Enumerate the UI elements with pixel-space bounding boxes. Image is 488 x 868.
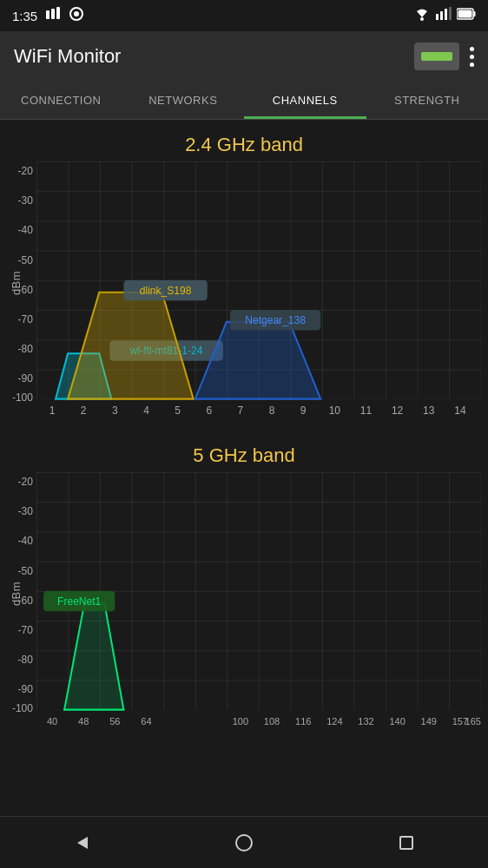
svg-text:-80: -80 bbox=[18, 343, 33, 355]
chart-24ghz: -20 -30 -40 -50 -60 -70 -80 -90 -100 wl-… bbox=[36, 161, 481, 431]
svg-text:-70: -70 bbox=[18, 313, 33, 326]
band-5ghz-section: 5 GHz band dBm -20 -30 -40 -50 -60 -70 -… bbox=[0, 431, 488, 741]
status-time: 1:35 bbox=[12, 9, 37, 23]
svg-text:1: 1 bbox=[49, 404, 56, 416]
recents-button[interactable] bbox=[389, 825, 424, 860]
svg-text:-100: -100 bbox=[12, 701, 33, 713]
app-bar: WiFi Monitor bbox=[0, 31, 488, 82]
svg-text:-50: -50 bbox=[18, 564, 33, 576]
battery-icon bbox=[457, 8, 476, 23]
svg-rect-9 bbox=[449, 7, 452, 20]
svg-text:4: 4 bbox=[143, 404, 149, 416]
svg-text:-30: -30 bbox=[18, 194, 33, 207]
svg-text:140: 140 bbox=[389, 715, 405, 726]
svg-text:124: 124 bbox=[326, 715, 342, 726]
svg-text:dlink_S198: dlink_S198 bbox=[140, 285, 192, 297]
svg-text:9: 9 bbox=[300, 404, 307, 416]
svg-rect-8 bbox=[445, 9, 447, 20]
y-axis-label-24: dBm bbox=[10, 270, 23, 294]
svg-text:165: 165 bbox=[465, 715, 481, 726]
status-bar: 1:35 bbox=[0, 0, 488, 31]
band-24ghz-section: 2.4 GHz band dBm -20 -30 -40 -50 -60 -70… bbox=[0, 120, 488, 431]
status-left: 1:35 bbox=[12, 7, 84, 24]
svg-rect-7 bbox=[440, 11, 443, 20]
svg-text:13: 13 bbox=[423, 404, 434, 416]
status-right bbox=[413, 7, 476, 24]
app-bar-actions bbox=[414, 43, 474, 70]
home-button[interactable] bbox=[227, 825, 261, 860]
back-button[interactable] bbox=[64, 825, 99, 860]
svg-text:116: 116 bbox=[295, 715, 311, 726]
svg-point-4 bbox=[74, 11, 79, 16]
svg-text:64: 64 bbox=[141, 715, 151, 726]
svg-text:Netgear_138: Netgear_138 bbox=[245, 314, 306, 326]
svg-text:7: 7 bbox=[238, 404, 244, 416]
svg-rect-0 bbox=[46, 10, 49, 19]
monitor-icon bbox=[69, 7, 84, 24]
svg-text:2: 2 bbox=[81, 404, 87, 416]
svg-text:-90: -90 bbox=[18, 683, 33, 695]
svg-rect-6 bbox=[436, 14, 439, 20]
svg-text:12: 12 bbox=[392, 404, 403, 416]
svg-text:-40: -40 bbox=[18, 535, 33, 547]
svg-text:40: 40 bbox=[47, 715, 57, 726]
svg-text:-70: -70 bbox=[18, 624, 33, 636]
svg-text:-30: -30 bbox=[18, 505, 33, 517]
svg-text:-20: -20 bbox=[18, 476, 33, 488]
signal-bars-icon bbox=[436, 7, 452, 24]
svg-text:-80: -80 bbox=[18, 654, 33, 666]
svg-text:149: 149 bbox=[421, 715, 437, 726]
svg-point-5 bbox=[420, 17, 424, 21]
svg-text:132: 132 bbox=[358, 715, 373, 726]
svg-text:-90: -90 bbox=[18, 372, 33, 385]
svg-rect-12 bbox=[458, 10, 472, 18]
band-24ghz-title: 2.4 GHz band bbox=[0, 120, 488, 161]
svg-rect-2 bbox=[56, 7, 60, 19]
chart-5ghz: -20 -30 -40 -50 -60 -70 -80 -90 -100 Fre… bbox=[36, 472, 481, 741]
tab-channels[interactable]: CHANNELS bbox=[244, 82, 366, 119]
wifi-indicator[interactable] bbox=[414, 43, 459, 70]
tab-connection[interactable]: CONNECTION bbox=[0, 82, 122, 119]
svg-text:11: 11 bbox=[360, 404, 372, 416]
svg-text:-40: -40 bbox=[18, 224, 33, 236]
svg-text:8: 8 bbox=[269, 404, 275, 416]
more-options-icon[interactable] bbox=[470, 47, 474, 67]
svg-text:48: 48 bbox=[78, 715, 89, 726]
svg-text:100: 100 bbox=[233, 715, 248, 726]
wifi-strength-bar bbox=[421, 52, 452, 61]
svg-text:56: 56 bbox=[109, 715, 120, 726]
svg-text:14: 14 bbox=[454, 404, 465, 416]
svg-point-69 bbox=[236, 835, 252, 851]
svg-text:-100: -100 bbox=[12, 391, 33, 403]
band-5ghz-title: 5 GHz band bbox=[0, 431, 488, 472]
svg-rect-70 bbox=[400, 837, 412, 849]
svg-rect-1 bbox=[51, 9, 55, 19]
y-axis-label-5: dBm bbox=[10, 581, 23, 605]
svg-text:6: 6 bbox=[206, 404, 212, 416]
svg-marker-68 bbox=[77, 837, 88, 849]
svg-text:10: 10 bbox=[329, 404, 340, 416]
svg-text:3: 3 bbox=[112, 404, 118, 416]
bottom-nav bbox=[0, 816, 488, 868]
app-title: WiFi Monitor bbox=[14, 45, 121, 68]
svg-text:FreeNet1: FreeNet1 bbox=[57, 595, 101, 608]
svg-text:5: 5 bbox=[175, 404, 181, 416]
wifi-status-icon bbox=[44, 7, 62, 24]
svg-text:108: 108 bbox=[264, 715, 280, 726]
svg-text:-20: -20 bbox=[18, 165, 33, 177]
svg-rect-11 bbox=[474, 11, 476, 16]
tab-strength[interactable]: STRENGTH bbox=[366, 82, 489, 119]
tab-networks[interactable]: NETWORKS bbox=[122, 82, 245, 119]
wifi-icon bbox=[413, 7, 431, 24]
tabs: CONNECTION NETWORKS CHANNELS STRENGTH bbox=[0, 82, 488, 120]
svg-text:-50: -50 bbox=[18, 253, 33, 266]
